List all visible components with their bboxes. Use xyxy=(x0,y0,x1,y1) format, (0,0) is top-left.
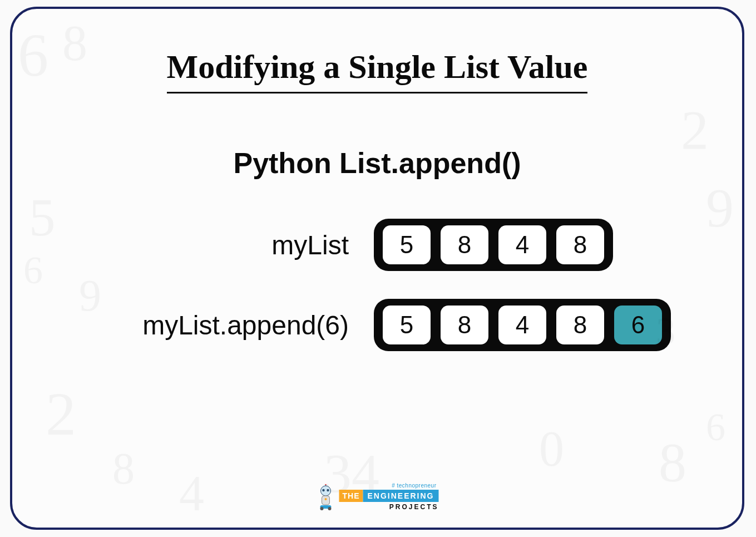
svg-point-9 xyxy=(325,484,327,485)
list-row-original: myList 5 8 4 8 xyxy=(57,219,698,271)
footer-logo: # technopreneur THE ENGINEERING PROJECTS xyxy=(315,482,438,511)
list-box-original: 5 8 4 8 xyxy=(374,219,613,271)
logo-hashtag: # technopreneur xyxy=(392,482,436,489)
logo-text-block: # technopreneur THE ENGINEERING PROJECTS xyxy=(339,482,438,511)
page-title: Modifying a Single List Value xyxy=(167,48,588,93)
list-row-appended: myList.append(6) 5 8 4 8 6 xyxy=(57,299,698,351)
list-cell: 4 xyxy=(498,225,546,264)
list-cell-new: 6 xyxy=(614,306,662,344)
svg-point-4 xyxy=(324,498,327,500)
svg-point-0 xyxy=(320,486,330,496)
svg-point-7 xyxy=(328,507,331,510)
list-cell: 8 xyxy=(556,225,604,264)
logo-word-projects: PROJECTS xyxy=(389,503,439,511)
title-container: Modifying a Single List Value xyxy=(57,48,698,93)
list-cell: 8 xyxy=(441,306,488,344)
svg-point-6 xyxy=(320,507,323,510)
list-cell: 4 xyxy=(498,306,546,344)
svg-point-1 xyxy=(322,489,324,491)
row-label-append: myList.append(6) xyxy=(57,310,374,341)
subtitle: Python List.append() xyxy=(57,146,698,180)
svg-point-2 xyxy=(327,489,329,491)
list-cell: 5 xyxy=(383,306,431,344)
list-cell: 8 xyxy=(441,225,488,264)
logo-word-the: THE xyxy=(339,490,363,502)
list-box-appended: 5 8 4 8 6 xyxy=(374,299,671,351)
list-cell: 5 xyxy=(383,225,431,264)
row-label-mylist: myList xyxy=(57,230,374,260)
list-cell: 8 xyxy=(556,306,604,344)
logo-word-engineering: ENGINEERING xyxy=(363,490,438,502)
robot-icon xyxy=(315,484,335,511)
logo-main: THE ENGINEERING xyxy=(339,490,438,502)
diagram-frame: 6 8 2 5 9 9 6 2 8 4 34 0 8 6 3 Modifying… xyxy=(10,7,744,530)
